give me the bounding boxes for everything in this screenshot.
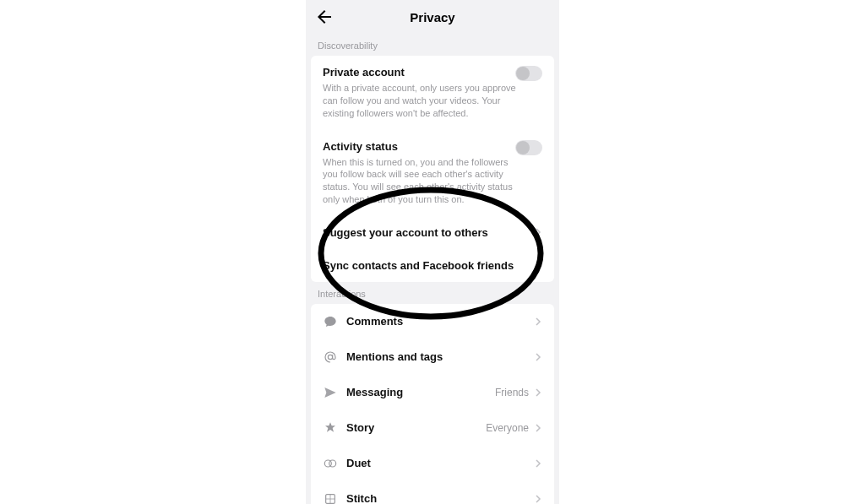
story-icon bbox=[323, 420, 338, 436]
interaction-label: Story bbox=[346, 421, 486, 434]
page-title: Privacy bbox=[410, 10, 454, 24]
messaging-icon bbox=[323, 385, 338, 400]
activity-status-toggle[interactable] bbox=[515, 140, 542, 155]
chevron-right-icon bbox=[534, 424, 542, 432]
suggest-account-row[interactable]: Suggest your account to others bbox=[311, 216, 554, 249]
chevron-right-icon bbox=[534, 353, 542, 361]
stitch-icon bbox=[323, 491, 338, 504]
interaction-row-messaging[interactable]: MessagingFriends bbox=[311, 375, 554, 410]
chevron-right-icon bbox=[534, 459, 542, 468]
header-bar: Privacy bbox=[306, 0, 559, 34]
private-account-row: Private account With a private account, … bbox=[311, 56, 554, 130]
interaction-row-duet[interactable]: Duet bbox=[311, 446, 554, 481]
chevron-right-icon bbox=[534, 495, 542, 503]
chevron-right-icon bbox=[534, 261, 542, 269]
interaction-label: Comments bbox=[346, 315, 534, 328]
interaction-row-mentions-and-tags[interactable]: Mentions and tags bbox=[311, 339, 554, 375]
private-account-desc: With a private account, only users you a… bbox=[323, 82, 542, 120]
sync-contacts-label: Sync contacts and Facebook friends bbox=[323, 259, 534, 272]
interaction-label: Mentions and tags bbox=[346, 350, 534, 363]
section-discoverability: Discoverability bbox=[306, 34, 559, 56]
interaction-label: Stitch bbox=[346, 492, 534, 504]
activity-status-row: Activity status When this is turned on, … bbox=[311, 130, 554, 216]
interactions-card: CommentsMentions and tagsMessagingFriend… bbox=[311, 304, 554, 504]
discoverability-card: Private account With a private account, … bbox=[311, 56, 554, 282]
mention-icon bbox=[323, 350, 338, 365]
sync-contacts-row[interactable]: Sync contacts and Facebook friends bbox=[311, 249, 554, 282]
svg-point-1 bbox=[329, 460, 336, 467]
interaction-value: Everyone bbox=[486, 422, 529, 434]
chevron-right-icon bbox=[534, 317, 542, 326]
suggest-account-label: Suggest your account to others bbox=[323, 226, 534, 239]
privacy-screen: Privacy Discoverability Private account … bbox=[306, 0, 559, 504]
chevron-right-icon bbox=[534, 388, 542, 397]
activity-status-title: Activity status bbox=[323, 140, 542, 153]
interaction-row-stitch[interactable]: Stitch bbox=[311, 481, 554, 504]
interaction-value: Friends bbox=[495, 387, 529, 398]
interaction-row-story[interactable]: StoryEveryone bbox=[311, 410, 554, 446]
back-button[interactable] bbox=[314, 7, 335, 27]
private-account-title: Private account bbox=[323, 66, 542, 79]
interaction-row-comments[interactable]: Comments bbox=[311, 304, 554, 339]
section-interactions: Interactions bbox=[306, 282, 559, 304]
activity-status-desc: When this is turned on, you and the foll… bbox=[323, 156, 542, 206]
interaction-label: Messaging bbox=[346, 386, 495, 398]
private-account-toggle[interactable] bbox=[515, 66, 542, 81]
chevron-right-icon bbox=[534, 228, 542, 236]
duet-icon bbox=[323, 456, 338, 471]
back-arrow-icon bbox=[314, 7, 335, 27]
interaction-label: Duet bbox=[346, 457, 534, 469]
comment-icon bbox=[323, 314, 338, 329]
